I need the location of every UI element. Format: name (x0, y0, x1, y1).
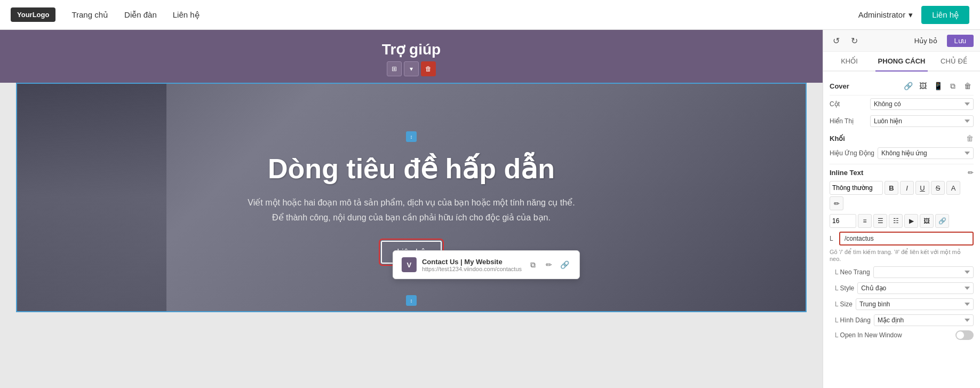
strikethrough-btn[interactable]: S (931, 181, 945, 195)
redo-button[interactable]: ↻ (848, 34, 861, 47)
hero-description: Viết một hoặc hai đoạn mô tả sản phẩm, d… (248, 195, 575, 224)
size-label: Size (830, 300, 852, 308)
page-title: Trợ giúp (0, 41, 823, 58)
undo-button[interactable]: ↺ (830, 34, 842, 47)
panel-content: Cover 🔗 🖼 📱 ⧉ 🗑 Cột Không có Hiển Thị (823, 72, 980, 388)
chevron-down-btn[interactable]: ▾ (404, 61, 419, 76)
style-row: Style Chủ đạo (830, 280, 974, 296)
list-unordered-btn[interactable]: ☰ (873, 214, 887, 228)
link-popup-title: Contact Us | My Website (422, 258, 522, 266)
neo-trang-select[interactable] (873, 266, 974, 278)
underline-btn[interactable]: U (915, 181, 929, 195)
neo-trang-label: Neo Trang (830, 268, 870, 276)
italic-btn[interactable]: I (900, 181, 914, 195)
link-hint: Gõ '/' để tìm kiếm trang. '#' để liên kế… (830, 248, 974, 264)
hinhdang-row: Hình Dáng Mặc định (830, 312, 974, 328)
edit-link-btn[interactable]: ✏ (543, 259, 555, 271)
nav-links: Trang chủ Diễn đàn Liên hệ (71, 10, 858, 20)
hieuung-label: Hiệu Ứng Động (830, 149, 874, 157)
hienthi-field-row: Hiển Thị Luôn hiện (830, 113, 974, 130)
hieuung-field-row: Hiệu Ứng Động Không hiệu ứng (830, 145, 974, 162)
hero-title[interactable]: Dòng tiêu đề hấp dẫn (268, 153, 555, 185)
tab-chude[interactable]: CHỦ ĐỀ (928, 52, 980, 72)
cot-select[interactable]: Không có (870, 98, 974, 110)
canvas-area: Trợ giúp ⊞ ▾ 🗑 ↕ Dòng tiêu đề hấp dẫn Vi… (0, 30, 823, 388)
cancel-button[interactable]: Hủy bỏ (909, 35, 943, 47)
khoi-section-row: Khối 🗑 (830, 130, 974, 145)
vertical-handle-top[interactable]: ↕ (406, 131, 417, 142)
nav-link-trangchu[interactable]: Trang chủ (71, 10, 108, 20)
font-size-select[interactable]: 16 (830, 214, 856, 228)
panel-tabs: KHỐI PHONG CÁCH CHỦ ĐỀ (823, 52, 980, 72)
hienthi-label: Hiển Thị (830, 117, 867, 125)
block-toolbar: ⊞ ▾ 🗑 (0, 61, 823, 76)
hinhdang-label: Hình Dáng (830, 316, 871, 324)
open-new-window-toggle[interactable] (955, 330, 974, 340)
nav-link-dienddan[interactable]: Diễn đàn (124, 10, 157, 20)
size-select-field[interactable]: Trung bình (856, 298, 974, 310)
hero-content: ↕ Dòng tiêu đề hấp dẫn Viết một hoặc hai… (17, 84, 806, 311)
contact-button[interactable]: Liên hệ (921, 6, 969, 24)
admin-dropdown[interactable]: Administrator ▾ (858, 10, 913, 20)
hienthi-select[interactable]: Luôn hiện (870, 115, 974, 127)
khoi-delete-btn[interactable]: 🗑 (966, 134, 974, 142)
inline-text-label: Inline Text (830, 169, 863, 177)
vertical-handle-bottom[interactable]: ↕ (406, 295, 417, 306)
neo-trang-row: Neo Trang (830, 264, 974, 280)
khoi-section-title: Khối (830, 134, 845, 142)
grid-icon-btn[interactable]: ⊞ (387, 61, 402, 76)
inline-text-header: Inline Text ✏ (830, 164, 974, 179)
logo[interactable]: YourLogo (11, 7, 55, 22)
unlink-btn[interactable]: 🔗 (559, 259, 571, 271)
cot-label: Cột (830, 100, 867, 108)
page-title-section: Trợ giúp ⊞ ▾ 🗑 (0, 30, 823, 83)
link-input-field[interactable] (839, 232, 974, 246)
align-center-btn[interactable]: ≡ (858, 214, 872, 228)
image-insert-btn[interactable]: 🖼 (920, 214, 934, 228)
tab-khoi[interactable]: KHỐI (823, 52, 875, 72)
link-input-row: L (830, 229, 974, 248)
link-icon-btn[interactable]: 🔗 (902, 80, 914, 92)
duplicate-icon-btn[interactable]: ⧉ (947, 80, 959, 92)
panel-toolbar-right: Hủy bỏ Lưu (909, 35, 974, 47)
list-ordered-btn[interactable]: ☷ (889, 214, 903, 228)
style-select[interactable]: Chủ đạo (857, 282, 974, 294)
hinhdang-select[interactable]: Mặc định (874, 314, 974, 326)
right-panel: ↺ ↻ Hủy bỏ Lưu KHỐI PHONG CÁCH CHỦ ĐỀ Co… (823, 30, 980, 388)
copy-link-btn[interactable]: ⧉ (527, 259, 539, 271)
indent-right-btn[interactable]: ▶ (904, 214, 918, 228)
cover-label: Cover (830, 82, 849, 90)
mobile-icon-btn[interactable]: 📱 (932, 80, 944, 92)
delete-block-btn[interactable]: 🗑 (421, 61, 436, 76)
cot-field-row: Cột Không có (830, 96, 974, 113)
link-popup-actions: ⧉ ✏ 🔗 (527, 259, 571, 271)
format-toolbar-row: Thông thường B I U S A ✏ (830, 179, 974, 212)
open-new-window-label: Open In New Window (830, 331, 902, 339)
style-label: Style (830, 284, 854, 292)
panel-top-toolbar: ↺ ↻ Hủy bỏ Lưu (823, 30, 980, 52)
format-style-select[interactable]: Thông thường (830, 181, 883, 195)
cover-section-row: Cover 🔗 🖼 📱 ⧉ 🗑 (830, 77, 974, 96)
font-color-btn[interactable]: A (946, 181, 960, 195)
highlight-color-btn[interactable]: ✏ (830, 196, 843, 210)
link-insert-btn[interactable]: 🔗 (935, 214, 949, 228)
nav-link-lienhe[interactable]: Liên hệ (173, 10, 200, 20)
hero-section: ↕ Dòng tiêu đề hấp dẫn Viết một hoặc hai… (16, 83, 807, 312)
inline-text-edit-btn[interactable]: ✏ (968, 169, 974, 177)
save-button[interactable]: Lưu (947, 35, 974, 47)
top-navigation: YourLogo Trang chủ Diễn đàn Liên hệ Admi… (0, 0, 980, 30)
main-area: Trợ giúp ⊞ ▾ 🗑 ↕ Dòng tiêu đề hấp dẫn Vi… (0, 30, 980, 388)
image-icon-btn[interactable]: 🖼 (917, 80, 929, 92)
link-popup-icon: V (402, 257, 417, 272)
tab-phongcach[interactable]: PHONG CÁCH (875, 52, 928, 72)
delete-icon-btn[interactable]: 🗑 (962, 80, 974, 92)
cover-icons-row: 🔗 🖼 📱 ⧉ 🗑 (902, 80, 974, 92)
hieuung-select[interactable]: Không hiệu ứng (878, 147, 974, 159)
link-popup-url: https://test1234.viindoo.com/contactus (422, 266, 522, 272)
size-align-row: 16 ≡ ☰ ☷ ▶ 🖼 🔗 (830, 212, 974, 229)
link-popup: V Contact Us | My Website https://test12… (393, 250, 580, 279)
link-popup-content: Contact Us | My Website https://test1234… (422, 258, 522, 272)
bold-btn[interactable]: B (885, 181, 898, 195)
panel-toolbar-left: ↺ ↻ (830, 34, 861, 47)
toggle-knob (957, 331, 964, 339)
